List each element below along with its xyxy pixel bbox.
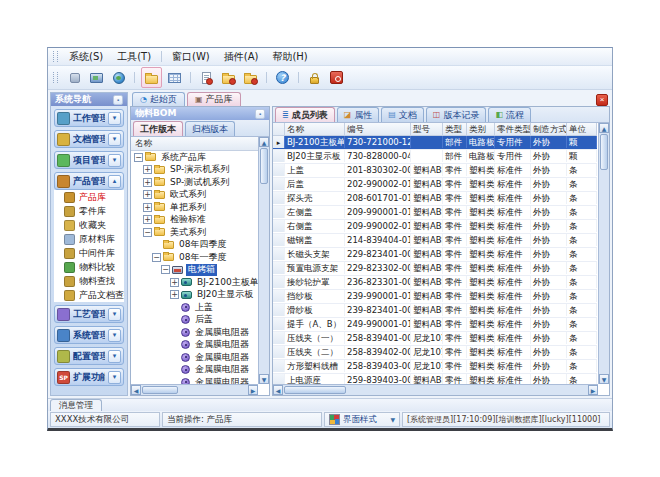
- message-manager-tab[interactable]: 消息管理: [50, 399, 102, 411]
- tree-item[interactable]: 欧式系列: [131, 189, 258, 202]
- chevron-icon[interactable]: [108, 154, 121, 167]
- column-header-model[interactable]: 型号: [411, 123, 443, 136]
- sidebar-pin-button[interactable]: ▪: [113, 95, 123, 105]
- tree-toggle-icon[interactable]: [134, 153, 143, 162]
- tab-start-page[interactable]: ◔ 起始页: [132, 92, 185, 106]
- tree-item[interactable]: 美式系列: [131, 226, 258, 239]
- tree-toggle-icon[interactable]: [170, 278, 179, 287]
- close-tab-button[interactable]: ×: [596, 94, 608, 106]
- table-row[interactable]: 后盖 202-990002-01X 塑料ABS 零件 塑料类 标准件 外协 条: [273, 178, 597, 192]
- tree-toggle-icon[interactable]: [143, 178, 152, 187]
- tree-toggle-icon[interactable]: [161, 265, 170, 274]
- scroll-thumb[interactable]: [142, 386, 178, 394]
- column-header-category[interactable]: 类别: [467, 123, 495, 136]
- tree-toggle-icon[interactable]: [143, 165, 152, 174]
- table-row[interactable]: 接纱轮护罩 236-823301-00X 塑料ABS 零件 塑料类 标准件 外协…: [273, 276, 597, 290]
- sidebar-item-product-doc-search[interactable]: 产品文档查找: [54, 288, 124, 302]
- bom-collapse-button[interactable]: ▪: [255, 109, 265, 119]
- tab-product-library[interactable]: ▣ 产品库: [187, 92, 241, 106]
- sidebar-item-material-search[interactable]: 物料查找: [54, 274, 124, 288]
- sidebar-item-product-library[interactable]: 产品库: [54, 190, 124, 204]
- column-header-part-type[interactable]: 零件类型: [495, 123, 531, 136]
- tab-member-list[interactable]: ≣ 成员列表: [275, 107, 335, 122]
- tab-version-history[interactable]: ◫ 版本记录: [426, 107, 487, 122]
- globe-icon[interactable]: [109, 68, 128, 87]
- chevron-icon[interactable]: [108, 371, 121, 384]
- scroll-right-icon[interactable]: ▶: [248, 385, 258, 395]
- tree-item[interactable]: 单把系列: [131, 201, 258, 214]
- tree-item[interactable]: 检验标准: [131, 214, 258, 227]
- toolbar-grip[interactable]: [53, 72, 58, 83]
- scroll-left-icon[interactable]: ◀: [131, 385, 141, 395]
- tab-properties[interactable]: ◪ 属性: [337, 107, 380, 122]
- sidebar-group-work[interactable]: 工作管理: [54, 109, 124, 127]
- help-icon[interactable]: [273, 68, 292, 87]
- table-row[interactable]: 方形塑料线槽 258-839403-00X 尼龙1010 零件 塑料类 标准件 …: [273, 360, 597, 374]
- column-header-type[interactable]: 类型: [443, 123, 467, 136]
- table-row[interactable]: 右侧盖 209-990002-01X 塑料ABS 零件 塑料类 标准件 外协 条: [273, 220, 597, 234]
- version-tab[interactable]: 归档版本: [185, 121, 235, 136]
- sidebar-group-projects[interactable]: 项目管理: [54, 151, 124, 169]
- table-row[interactable]: 探头壳 208-601701-01X 塑料ABS 零件 塑料类 标准件 外协 条: [273, 192, 597, 206]
- menu-help[interactable]: 帮助(H): [265, 49, 314, 65]
- tree-item[interactable]: 金属膜电阻器: [131, 364, 258, 377]
- tree-item[interactable]: SP-演示机系列: [131, 164, 258, 177]
- chevron-icon[interactable]: [108, 350, 121, 363]
- tree-item[interactable]: BJ20主显示板: [131, 289, 258, 302]
- table-row[interactable]: 左侧盖 209-990001-01X 塑料ABS 零件 塑料类 标准件 外协 条: [273, 206, 597, 220]
- screen-icon[interactable]: [87, 68, 106, 87]
- table-row[interactable]: 滑纱板 239-823401-00X 塑料ABS 零件 塑料类 标准件 外协 条: [273, 304, 597, 318]
- tree-item[interactable]: 系统产品库: [131, 151, 258, 164]
- tree-item[interactable]: SP-测试机系列: [131, 176, 258, 189]
- sidebar-item-middleware-library[interactable]: 中间件库: [54, 246, 124, 260]
- app-icon[interactable]: [65, 68, 84, 87]
- tree-toggle-icon[interactable]: [143, 203, 152, 212]
- menu-window[interactable]: 窗口(W): [165, 49, 217, 65]
- tree-toggle-icon[interactable]: [143, 228, 152, 237]
- grid-view-icon[interactable]: [165, 68, 184, 87]
- table-row[interactable]: 预置电源支架 229-823302-00X 塑料ABS 零件 塑料类 标准件 外…: [273, 262, 597, 276]
- table-row[interactable]: 压线夹（一） 258-839401-00X 尼龙1010 零件 塑料类 标准件 …: [273, 332, 597, 346]
- version-tab[interactable]: 工作版本: [133, 121, 183, 136]
- tree-vertical-scrollbar[interactable]: ▲ ▼: [258, 137, 269, 384]
- menu-tools[interactable]: 工具(T): [110, 49, 158, 65]
- tree-horizontal-scrollbar[interactable]: ◀ ▶: [131, 384, 258, 395]
- tree-toggle-icon[interactable]: [143, 215, 152, 224]
- tree-item[interactable]: 金属膜电阻器: [131, 326, 258, 339]
- table-vertical-scrollbar[interactable]: ▲ ▼: [598, 123, 609, 384]
- tree-column-header[interactable]: 名称: [131, 137, 258, 151]
- tree-item[interactable]: BJ-2100主板单点: [131, 276, 258, 289]
- tab-documents[interactable]: ▤ 文档: [381, 107, 424, 122]
- exit-icon[interactable]: [327, 68, 346, 87]
- sidebar-item-material-compare[interactable]: 物料比较: [54, 260, 124, 274]
- table-row[interactable]: 挡纱板 239-990001-01X 塑料ABS 零件 塑料类 标准件 外协 条: [273, 290, 597, 304]
- scroll-thumb[interactable]: [600, 134, 608, 170]
- scroll-right-icon[interactable]: ▶: [588, 385, 598, 395]
- tree-item[interactable]: 电烤箱: [131, 264, 258, 277]
- scroll-up-icon[interactable]: ▲: [599, 123, 609, 133]
- scroll-down-icon[interactable]: ▼: [599, 374, 609, 384]
- menu-system[interactable]: 系统(S): [62, 49, 110, 65]
- column-header-name[interactable]: 名称: [285, 123, 345, 136]
- tree-toggle-icon[interactable]: [170, 290, 179, 299]
- chevron-icon[interactable]: [108, 133, 121, 146]
- scroll-down-icon[interactable]: ▼: [259, 374, 269, 384]
- sidebar-item-material-library[interactable]: 原材料库: [54, 232, 124, 246]
- table-row[interactable]: BJ20主显示板 730-828000-04X 部件 电路板 专用件 外协 颗: [273, 150, 597, 164]
- sidebar-group-documents[interactable]: 文档管理: [54, 130, 124, 148]
- sidebar-group-process[interactable]: 工艺管理: [54, 305, 124, 323]
- chevron-icon[interactable]: [108, 308, 121, 321]
- table-row[interactable]: 上盖 201-830302-00X 塑料ABS 零件 塑料类 标准件 外协 条: [273, 164, 597, 178]
- tree-item[interactable]: 后盖: [131, 314, 258, 327]
- menu-plugins[interactable]: 插件(A): [217, 49, 266, 65]
- column-header-unit[interactable]: 单位: [567, 123, 597, 136]
- table-row[interactable]: BJ-2100主板单点 730-721000-12X 部件 电路板 专用件 外协…: [273, 136, 597, 150]
- tree-item[interactable]: 金属膜电阻器: [131, 339, 258, 352]
- open-library-icon[interactable]: [141, 67, 162, 88]
- ui-style-selector[interactable]: 界面样式 ▼: [324, 412, 400, 427]
- sidebar-group-config[interactable]: 配置管理: [54, 347, 124, 365]
- chevron-icon[interactable]: [108, 175, 121, 188]
- sidebar-item-part-library[interactable]: 零件库: [54, 204, 124, 218]
- column-header-mfg-method[interactable]: 制造方式: [531, 123, 567, 136]
- sidebar-group-products[interactable]: 产品管理: [54, 172, 124, 190]
